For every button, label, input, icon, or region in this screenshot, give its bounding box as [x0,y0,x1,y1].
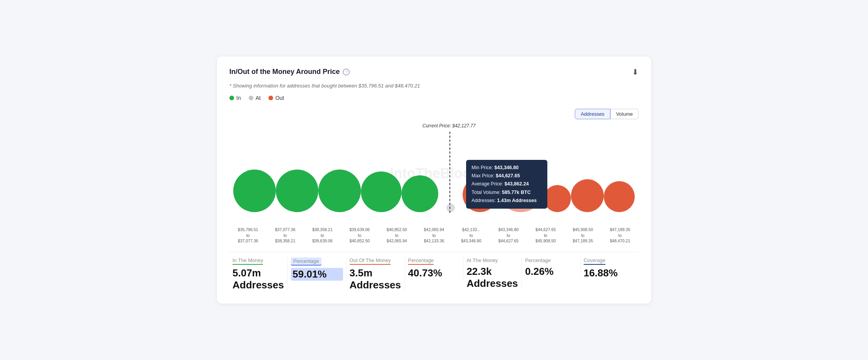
label-8: $44,627.65to$45,908.50 [527,227,564,244]
current-price-label: Current Price: $42,127.77 [422,123,475,129]
stat-label-in: In The Money [232,257,284,265]
stat-label-out-text: Out Of The Money [350,257,391,265]
label-6: $42,133...to$43,346.80 [453,227,490,244]
stat-label-pct: Percentage [291,257,343,266]
card-header: In/Out of the Money Around Price ? ⬇ [229,67,639,77]
label-2: $38,358.21to$39,639.06 [304,227,341,244]
label-7: $43,346.80to$44,627.65 [490,227,527,244]
tooltip: Min Price: $43,346.80 Max Price: $44,627… [466,160,547,209]
tooltip-addr-value: 1.43m Addresses [497,198,537,203]
label-5: $42,065.94to$42,133.36 [415,227,453,244]
tooltip-avg-label: Average Price: [472,181,503,187]
stat-label-out: Out Of The Money [350,257,402,265]
stat-value-in: 5.07m Addresses [232,267,284,291]
stat-value-pct-out: 40.73% [408,267,460,279]
stat-coverage: Coverage 16.88% [581,257,639,279]
bubble-1 [276,170,318,212]
stat-label-pct-out-text: Percentage [408,257,434,265]
tooltip-vol-label: Total Volume: [472,190,501,195]
tooltip-avg-price: Average Price: $43,862.24 [472,180,542,188]
download-icon[interactable]: ⬇ [632,67,639,77]
main-card: In/Out of the Money Around Price ? ⬇ * S… [217,57,651,303]
help-icon[interactable]: ? [343,69,350,75]
bubble-4 [402,175,438,212]
label-0: $35,796.51to$37,077.36 [229,227,267,244]
tooltip-max-value: $44,627.65 [496,173,520,178]
stats-row: In The Money 5.07m Addresses Percentage … [229,252,639,291]
legend-label-at: At [256,95,261,101]
chart-area: IntoTheBlock Current Price: $42,127.77 [233,123,635,224]
subtitle: * Showing information for addresses that… [229,83,639,89]
stat-value-pct-at: 0.26% [525,266,577,278]
tooltip-max-label: Max Price: [472,173,494,178]
stat-percentage-in: Percentage 59.01% [288,257,346,281]
bubble-10 [604,181,635,212]
bubble-col-10 [604,127,635,212]
bubble-5 [446,204,455,212]
addresses-button[interactable]: Addresses [575,109,610,119]
bubble-2 [318,170,361,212]
tooltip-max-price: Max Price: $44,627.65 [472,172,542,180]
bubble-3 [361,171,402,212]
label-10: $47,189.35to$48,470.21 [601,227,639,244]
stat-percentage-at: Percentage 0.26% [522,257,580,278]
stat-label-pct-text: Percentage [291,257,321,266]
bubble-col-8 [544,127,571,212]
stat-label-at-text: At The Money [466,257,498,263]
tooltip-avg-value: $43,862.24 [504,181,529,187]
bubble-col-5 [438,127,463,212]
label-9: $45,908.50to$47,189.35 [564,227,601,244]
stat-in-the-money: In The Money 5.07m Addresses [229,257,288,291]
title-row: In/Out of the Money Around Price ? [229,68,350,76]
price-line [449,132,450,213]
legend-label-out: Out [275,95,284,101]
stat-value-cov: 16.88% [584,267,636,279]
label-1: $37,077.36to$38,358.21 [267,227,304,244]
stat-label-pct-at-text: Percentage [525,257,551,263]
stat-value-out: 3.5m Addresses [350,267,402,291]
tooltip-addresses: Addresses: 1.43m Addresses [472,197,542,205]
legend-at: At [249,95,261,101]
stat-value-pct: 59.01% [291,268,343,281]
legend-dot-in [229,96,234,100]
stat-label-pct-at: Percentage [525,257,577,263]
bubble-9 [571,179,604,212]
stat-percentage-out: Percentage 40.73% [405,257,463,279]
stat-label-pct-out: Percentage [408,257,460,265]
tooltip-addr-label: Addresses: [472,198,496,203]
bubble-8 [544,185,571,212]
legend-dot-out [268,96,273,100]
bubbles-row [233,127,635,212]
bubble-col-4 [402,127,438,212]
legend: In At Out [229,95,639,101]
stat-label-at: At The Money [466,257,518,263]
card-title: In/Out of the Money Around Price [229,68,340,76]
tooltip-min-price: Min Price: $43,346.80 [472,164,542,172]
bubble-col-9 [571,127,604,212]
tooltip-min-label: Min Price: [472,165,493,170]
stat-label-in-text: In The Money [232,257,263,265]
bubble-col-3 [361,127,402,212]
labels-row: $35,796.51to$37,077.36 $37,077.36to$38,3… [229,227,639,244]
legend-dot-at [249,96,253,100]
bubble-0 [233,170,276,212]
stat-label-cov: Coverage [584,257,636,265]
tooltip-min-value: $43,346.80 [494,165,519,170]
tooltip-vol-value: 585.77k BTC [502,190,531,195]
legend-out: Out [268,95,284,101]
bubble-col-0 [233,127,276,212]
bubble-col-2 [318,127,361,212]
bubble-col-1 [276,127,318,212]
stat-label-cov-text: Coverage [584,257,605,265]
label-3: $39,639.06to$40,852.50 [341,227,378,244]
stat-at-money: At The Money 22.3k Addresses [463,257,522,290]
stat-out-of-money: Out Of The Money 3.5m Addresses [347,257,405,291]
label-4: $40,852.50to$42,065.94 [378,227,415,244]
legend-label-in: In [236,95,241,101]
stat-value-at: 22.3k Addresses [466,266,518,290]
volume-button[interactable]: Volume [610,109,639,119]
controls-row: Addresses Volume [229,109,639,119]
legend-in: In [229,95,241,101]
tooltip-total-vol: Total Volume: 585.77k BTC [472,189,542,197]
